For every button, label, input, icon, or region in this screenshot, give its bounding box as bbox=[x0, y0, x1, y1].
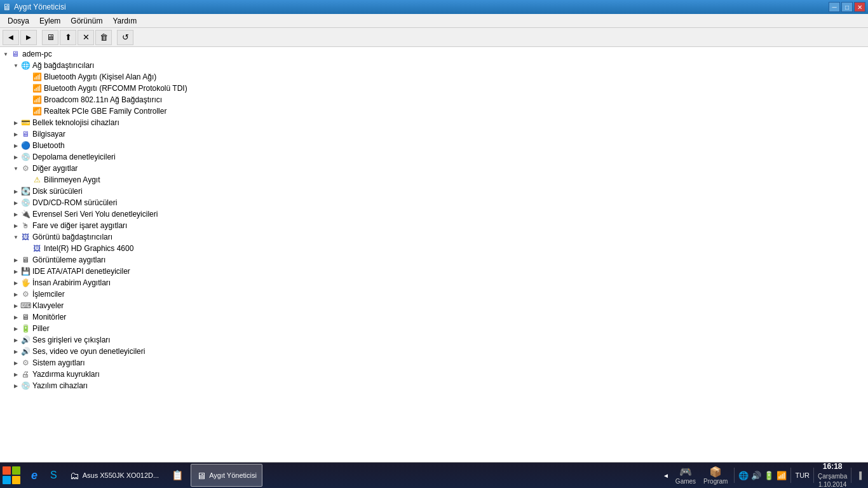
expander-goruntu[interactable] bbox=[11, 233, 20, 241]
properties-button[interactable]: 🖥 bbox=[42, 30, 58, 45]
expander-ag[interactable] bbox=[11, 61, 20, 70]
expander-bt2[interactable] bbox=[23, 84, 32, 93]
tree-node-klavye[interactable]: ⌨Klavyeler bbox=[0, 300, 868, 311]
device-tree[interactable]: 🖥adem-pc🌐Ağ bağdaştırıcıları📶Bluetooth A… bbox=[0, 47, 868, 463]
expander-ide[interactable] bbox=[11, 267, 20, 276]
node-icon-ses2: 🔊 bbox=[20, 346, 31, 356]
tree-node-bilg[interactable]: 🖥Bilgisayar bbox=[0, 128, 868, 140]
tree-node-diger[interactable]: ⚙Diğer aygıtlar bbox=[0, 163, 868, 174]
tree-node-goruntulem[interactable]: 🖥Görüntüleme aygıtları bbox=[0, 254, 868, 266]
tree-node-dvd[interactable]: 💿DVD/CD-ROM sürücüleri bbox=[0, 197, 868, 208]
expander-disk[interactable] bbox=[11, 187, 20, 196]
expander-intel[interactable] bbox=[23, 244, 32, 253]
tree-node-pil[interactable]: 🔋Piller bbox=[0, 323, 868, 334]
menu-eylem[interactable]: Eylem bbox=[34, 15, 65, 27]
node-icon-yazilim: 💿 bbox=[20, 381, 31, 391]
expander-bilinmeyen[interactable] bbox=[23, 175, 32, 184]
expander-dvd[interactable] bbox=[11, 198, 20, 207]
tree-node-fare[interactable]: 🖱Fare ve diğer işaret aygıtları bbox=[0, 220, 868, 231]
tree-node-disk[interactable]: 💽Disk sürücüleri bbox=[0, 186, 868, 197]
expander-monitor[interactable] bbox=[11, 313, 20, 322]
expander-klavye[interactable] bbox=[11, 301, 20, 310]
taskbar-task[interactable]: 📋 bbox=[166, 464, 189, 487]
expander-diger[interactable] bbox=[11, 164, 20, 173]
expander-brc[interactable] bbox=[23, 95, 32, 104]
tree-node-sistem[interactable]: ⚙Sistem aygıtları bbox=[0, 357, 868, 369]
minimize-button[interactable]: ─ bbox=[829, 2, 840, 12]
back-button[interactable]: ◄ bbox=[3, 30, 19, 45]
expander-sistem[interactable] bbox=[11, 358, 20, 367]
taskbar-devmgr[interactable]: 🖥 Aygıt Yöneticisi bbox=[191, 464, 262, 487]
close-button[interactable]: ✕ bbox=[854, 2, 865, 12]
tree-node-rtk[interactable]: 📶Realtek PCIe GBE Family Controller bbox=[0, 105, 868, 117]
connection-tray-icon[interactable]: 📶 bbox=[776, 471, 787, 480]
expander-bellek[interactable] bbox=[11, 118, 20, 127]
expander-yazilim[interactable] bbox=[11, 381, 20, 390]
tree-node-intel[interactable]: 🖼Intel(R) HD Graphics 4600 bbox=[0, 243, 868, 254]
taskbar-skype[interactable]: S bbox=[44, 464, 63, 487]
tree-node-bellek[interactable]: 💳Bellek teknolojisi cihazları bbox=[0, 117, 868, 128]
tree-node-goruntu[interactable]: 🖼Görüntü bağdaştırıcıları bbox=[0, 231, 868, 243]
tree-node-ide[interactable]: 💾IDE ATA/ATAPI denetleyiciler bbox=[0, 266, 868, 277]
tree-node-ag[interactable]: 🌐Ağ bağdaştırıcıları bbox=[0, 60, 868, 71]
expander-rtk[interactable] bbox=[23, 107, 32, 116]
node-label-yazdir: Yazdırma kuyrukları bbox=[32, 370, 100, 379]
expand-tray-icon[interactable]: ◄ bbox=[663, 472, 669, 479]
tree-node-insan[interactable]: 🖐İnsan Arabirim Aygıtları bbox=[0, 277, 868, 288]
expander-yazdir[interactable] bbox=[11, 370, 20, 379]
menu-dosya[interactable]: Dosya bbox=[3, 15, 34, 27]
update-driver-button[interactable]: ⬆ bbox=[60, 30, 76, 45]
tree-node-evrensel[interactable]: 🔌Evrensel Seri Veri Yolu denetleyicileri bbox=[0, 208, 868, 220]
node-label-ses2: Ses, video ve oyun denetleyicileri bbox=[32, 347, 145, 356]
menu-bar: Dosya Eylem Görünüm Yardım bbox=[0, 14, 868, 28]
expander-insan[interactable] bbox=[11, 278, 20, 287]
tree-node-islemci[interactable]: ⚙İşlemciler bbox=[0, 288, 868, 300]
tree-node-bt1[interactable]: 📶Bluetooth Aygıtı (Kişisel Alan Ağı) bbox=[0, 71, 868, 83]
expander-pil[interactable] bbox=[11, 324, 20, 333]
taskbar: e S 🗂 Asus X550JK XO012D... 📋 🖥 Aygıt Yö… bbox=[0, 463, 868, 488]
tree-node-yazilim[interactable]: 💿Yazılım cihazları bbox=[0, 380, 868, 391]
tree-node-bt2[interactable]: 📶Bluetooth Aygıtı (RFCOMM Protokolü TDI) bbox=[0, 83, 868, 94]
expander-fare[interactable] bbox=[11, 221, 20, 230]
menu-yardim[interactable]: Yardım bbox=[107, 15, 142, 27]
expander-depo[interactable] bbox=[11, 152, 20, 161]
node-label-bellek: Bellek teknolojisi cihazları bbox=[32, 118, 119, 127]
clock[interactable]: 16:18 Çarşamba 1.10.2014 bbox=[818, 462, 847, 488]
program-button[interactable]: 📦 Program bbox=[701, 464, 730, 486]
menu-gorunum[interactable]: Görünüm bbox=[65, 15, 107, 27]
tree-node-monitor[interactable]: 🖥Monitörler bbox=[0, 311, 868, 323]
expander-evrensel[interactable] bbox=[11, 210, 20, 219]
expander-root[interactable] bbox=[1, 50, 10, 58]
uninstall-button[interactable]: 🗑 bbox=[95, 30, 112, 45]
tree-node-btooth[interactable]: 🔵Bluetooth bbox=[0, 140, 868, 151]
games-button[interactable]: 🎮 Games bbox=[673, 464, 698, 486]
expander-bt1[interactable] bbox=[23, 72, 32, 81]
network-tray-icon[interactable]: 🌐 bbox=[738, 471, 749, 480]
tree-node-ses1[interactable]: 🔊Ses girişleri ve çıkışları bbox=[0, 334, 868, 346]
tree-node-root[interactable]: 🖥adem-pc bbox=[0, 48, 868, 60]
tree-node-bilinmeyen[interactable]: ⚠Bilinmeyen Aygıt bbox=[0, 174, 868, 186]
forward-button[interactable]: ► bbox=[20, 30, 37, 45]
maximize-button[interactable]: □ bbox=[841, 2, 853, 12]
language-indicator[interactable]: TUR bbox=[795, 471, 810, 479]
scan-hardware-button[interactable]: ↺ bbox=[117, 30, 133, 45]
tree-node-ses2[interactable]: 🔊Ses, video ve oyun denetleyicileri bbox=[0, 346, 868, 357]
expander-bilg[interactable] bbox=[11, 130, 20, 139]
taskbar-folder[interactable]: 🗂 Asus X550JK XO012D... bbox=[64, 464, 165, 487]
expander-ses2[interactable] bbox=[11, 347, 20, 356]
node-icon-fare: 🖱 bbox=[20, 220, 31, 231]
battery-tray-icon[interactable]: 🔋 bbox=[764, 471, 774, 480]
start-button[interactable] bbox=[0, 463, 23, 488]
tree-view: 🖥adem-pc🌐Ağ bağdaştırıcıları📶Bluetooth A… bbox=[0, 47, 868, 393]
disable-button[interactable]: ✕ bbox=[78, 30, 94, 45]
expander-btooth[interactable] bbox=[11, 141, 20, 150]
expander-islemci[interactable] bbox=[11, 290, 20, 299]
volume-tray-icon[interactable]: 🔊 bbox=[751, 471, 761, 480]
tree-node-yazdir[interactable]: 🖨Yazdırma kuyrukları bbox=[0, 369, 868, 380]
show-desktop-button[interactable]: ▐ bbox=[855, 471, 863, 479]
expander-goruntulem[interactable] bbox=[11, 255, 20, 264]
tree-node-brc[interactable]: 📶Broadcom 802.11n Ağ Bağdaştırıcı bbox=[0, 94, 868, 105]
expander-ses1[interactable] bbox=[11, 336, 20, 344]
tree-node-depo[interactable]: 💿Depolama denetleyicileri bbox=[0, 151, 868, 163]
taskbar-ie[interactable]: e bbox=[25, 464, 43, 487]
